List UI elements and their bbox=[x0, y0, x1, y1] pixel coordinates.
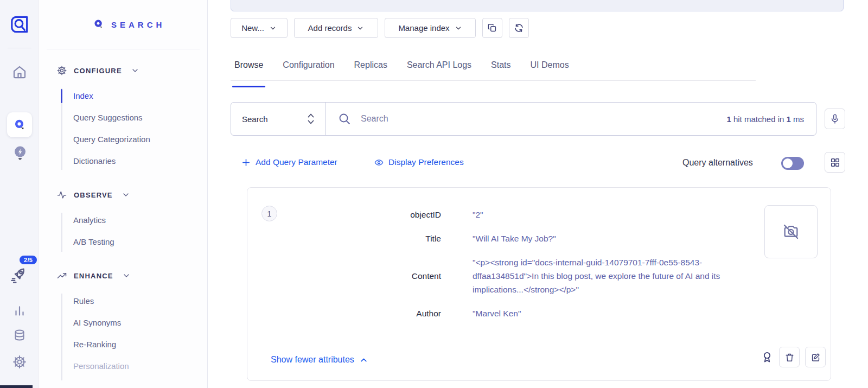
refresh-button[interactable] bbox=[509, 18, 529, 38]
up-down-chevrons-icon bbox=[306, 112, 316, 126]
copy-button[interactable] bbox=[482, 18, 502, 38]
analytics-bars-icon[interactable] bbox=[12, 304, 27, 318]
query-alternatives-label: Query alternatives bbox=[682, 158, 753, 168]
eye-icon bbox=[374, 158, 384, 167]
query-alternatives-toggle[interactable] bbox=[781, 157, 804, 170]
search-title-icon bbox=[93, 18, 105, 30]
trash-icon bbox=[784, 352, 795, 362]
attribute-value: "2" bbox=[473, 208, 757, 221]
rail-divider bbox=[8, 48, 31, 48]
attribute-name: Author bbox=[247, 307, 441, 320]
attribute-value: "<p><strong id="docs-internal-guid-14079… bbox=[473, 256, 757, 296]
database-icon[interactable] bbox=[12, 328, 27, 342]
rocket-icon[interactable] bbox=[10, 266, 28, 284]
sidebar-item-rules[interactable]: Rules bbox=[73, 295, 94, 307]
sidebar: SEARCH CONFIGURE Index Query Suggestions… bbox=[39, 0, 208, 388]
edit-record-button[interactable] bbox=[805, 347, 826, 367]
search-input-area: 1 hit matched in 1 ms bbox=[326, 103, 816, 135]
attribute-name: Title bbox=[247, 232, 441, 245]
search-bar: Search 1 hit matched in 1 ms bbox=[231, 102, 816, 136]
attribute-row: Content "<p><strong id="docs-internal-gu… bbox=[247, 256, 757, 296]
trending-up-icon bbox=[56, 270, 67, 281]
attribute-row: Author "Marvel Ken" bbox=[247, 307, 757, 320]
index-selector-bar-partial[interactable] bbox=[231, 0, 844, 11]
tab-stats[interactable]: Stats bbox=[491, 57, 510, 80]
toggle-knob bbox=[783, 158, 793, 168]
record-image-placeholder bbox=[764, 205, 818, 258]
new-button[interactable]: New... bbox=[231, 18, 288, 38]
chevron-down-icon bbox=[122, 190, 130, 199]
tab-ui-demos[interactable]: UI Demos bbox=[531, 57, 569, 80]
chevron-down-icon bbox=[455, 24, 462, 32]
tab-search-api-logs[interactable]: Search API Logs bbox=[407, 57, 471, 80]
tab-replicas[interactable]: Replicas bbox=[354, 57, 387, 80]
camera-off-icon bbox=[782, 222, 800, 241]
display-preferences-link[interactable]: Display Preferences bbox=[374, 157, 464, 167]
activity-icon bbox=[56, 189, 67, 200]
search-nav-active-tile[interactable] bbox=[7, 112, 32, 137]
algolia-logo-icon[interactable] bbox=[8, 13, 31, 36]
section-enhance[interactable]: ENHANCE bbox=[56, 270, 131, 281]
section-configure[interactable]: CONFIGURE bbox=[56, 65, 139, 76]
section-rule bbox=[61, 213, 62, 252]
sidebar-product-title: SEARCH bbox=[93, 18, 165, 30]
tab-configuration[interactable]: Configuration bbox=[283, 57, 334, 80]
refresh-icon bbox=[514, 23, 524, 33]
plus-icon bbox=[241, 158, 251, 167]
chevron-down-icon bbox=[122, 271, 131, 280]
section-rule bbox=[61, 294, 62, 380]
hits-status: 1 hit matched in 1 ms bbox=[726, 115, 804, 124]
active-item-bar bbox=[61, 89, 62, 103]
delete-record-button[interactable] bbox=[779, 347, 800, 367]
settings-gear-icon[interactable] bbox=[12, 354, 27, 370]
tab-browse[interactable]: Browse bbox=[234, 57, 263, 80]
tab-bar: Browse Configuration Replicas Search API… bbox=[231, 57, 756, 81]
chevron-up-icon bbox=[360, 356, 368, 364]
attribute-value: "Marvel Ken" bbox=[473, 307, 757, 320]
attribute-row: objectID "2" bbox=[247, 208, 757, 221]
recommend-lightbulb-icon[interactable] bbox=[12, 145, 28, 161]
voice-search-button[interactable] bbox=[825, 109, 845, 129]
window-edge bbox=[0, 385, 33, 388]
search-input[interactable] bbox=[361, 114, 717, 124]
usage-badge: 2/5 bbox=[20, 256, 37, 264]
layout-grid-button[interactable] bbox=[825, 152, 845, 173]
chevron-down-icon bbox=[356, 24, 364, 32]
home-icon[interactable] bbox=[11, 64, 28, 80]
algolia-dashboard: 2/5 bbox=[0, 0, 868, 388]
search-icon bbox=[338, 112, 351, 125]
chevron-down-icon bbox=[269, 24, 277, 32]
section-observe[interactable]: OBSERVE bbox=[56, 189, 130, 200]
sidebar-item-analytics[interactable]: Analytics bbox=[73, 214, 106, 226]
attribute-value: "Will AI Take My Job?" bbox=[473, 232, 757, 245]
edit-icon bbox=[810, 352, 821, 362]
add-query-parameter-link[interactable]: Add Query Parameter bbox=[241, 157, 337, 167]
copy-icon bbox=[487, 23, 497, 33]
microphone-icon bbox=[829, 113, 840, 124]
show-fewer-attributes-link[interactable]: Show fewer attributes bbox=[271, 355, 368, 365]
attribute-name: Content bbox=[247, 269, 441, 283]
add-records-button[interactable]: Add records bbox=[294, 18, 378, 38]
record-card: 1 objectID "2" Title "Will AI Take My Jo… bbox=[247, 187, 831, 381]
sidebar-item-personalization[interactable]: Personalization bbox=[73, 360, 129, 372]
sidebar-item-query-suggestions[interactable]: Query Suggestions bbox=[73, 112, 143, 124]
award-ribbon-icon bbox=[761, 351, 774, 364]
sidebar-divider bbox=[47, 49, 200, 49]
sidebar-item-query-categorization[interactable]: Query Categorization bbox=[73, 133, 150, 145]
sidebar-item-ai-synonyms[interactable]: AI Synonyms bbox=[73, 317, 121, 329]
record-actions bbox=[761, 347, 826, 367]
icon-rail: 2/5 bbox=[0, 0, 39, 388]
sidebar-item-re-ranking[interactable]: Re-Ranking bbox=[73, 339, 116, 351]
attribute-name: objectID bbox=[247, 208, 441, 221]
attribute-row: Title "Will AI Take My Job?" bbox=[247, 232, 757, 245]
search-scope-select[interactable]: Search bbox=[231, 103, 326, 135]
grid-icon bbox=[830, 157, 840, 168]
record-attributes: objectID "2" Title "Will AI Take My Job?… bbox=[247, 208, 757, 330]
sidebar-item-index[interactable]: Index bbox=[73, 90, 93, 102]
search-product-icon bbox=[12, 118, 27, 132]
manage-index-button[interactable]: Manage index bbox=[385, 18, 476, 38]
sidebar-item-dictionaries[interactable]: Dictionaries bbox=[73, 155, 116, 167]
gear-icon bbox=[56, 65, 67, 76]
sidebar-item-ab-testing[interactable]: A/B Testing bbox=[73, 236, 114, 248]
promote-record-button[interactable] bbox=[761, 351, 774, 364]
